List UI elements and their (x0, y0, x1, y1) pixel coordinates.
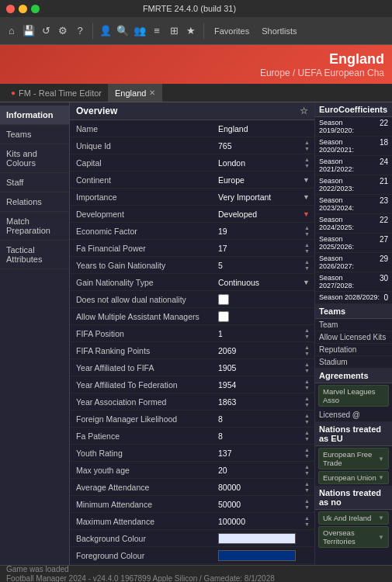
favorites-button[interactable]: Favorites (210, 25, 254, 37)
spinner-down-icon[interactable]: ▼ (304, 368, 310, 373)
spinner-control[interactable]: ▲▼ (304, 413, 310, 424)
dropdown-arrow-icon[interactable]: ▼ (303, 193, 310, 201)
sidebar-item-kits[interactable]: Kits and Colours (0, 144, 69, 173)
spinner-up-icon[interactable]: ▲ (304, 225, 310, 230)
maximize-button[interactable] (31, 5, 40, 13)
spinner-up-icon[interactable]: ▲ (304, 498, 310, 504)
sidebar-item-relations[interactable]: Relations (0, 192, 69, 212)
spinner-down-icon[interactable]: ▼ (304, 487, 310, 493)
spinner-up-icon[interactable]: ▲ (304, 430, 310, 435)
spinner-up-icon[interactable]: ▲ (304, 362, 310, 367)
spinner-down-icon[interactable]: ▼ (304, 402, 310, 407)
star-icon[interactable]: ★ (184, 24, 198, 38)
color-picker[interactable] (218, 533, 296, 544)
season-value: 27 (380, 235, 388, 251)
spinner-control[interactable]: ▲▼ (304, 259, 310, 271)
spinner-control[interactable]: ▲▼ (304, 447, 310, 459)
dropdown-arrow-icon[interactable]: ▼ (303, 279, 310, 286)
dropdown-arrow-icon[interactable]: ▼ (303, 210, 310, 218)
field-row-youth-rating: Youth Rating137▲▼ (70, 445, 314, 462)
season-label: Season 2027/2028: (319, 274, 380, 289)
spinner-up-icon[interactable]: ▲ (304, 157, 310, 162)
favorite-star-icon[interactable]: ☆ (300, 106, 308, 116)
sidebar-item-information[interactable]: Information (0, 106, 69, 125)
european-union-tag[interactable]: European Union ▼ (318, 471, 389, 484)
season-label: Season 2028/2029: (319, 293, 380, 302)
spinner-up-icon[interactable]: ▲ (304, 447, 310, 452)
season-value: 29 (380, 255, 388, 270)
tab-fm[interactable]: ● FM - Real Time Editor (5, 84, 109, 102)
spinner-down-icon[interactable]: ▼ (304, 436, 310, 442)
spinner-control[interactable]: ▲▼ (304, 225, 310, 237)
dropdown-arrow-icon[interactable]: ▼ (303, 176, 310, 184)
spinner-down-icon[interactable]: ▼ (304, 334, 310, 339)
spinner-up-icon[interactable]: ▲ (304, 140, 310, 145)
overseas-territories-tag[interactable]: Overseas Territories ▼ (318, 526, 389, 548)
field-value[interactable] (213, 309, 314, 324)
spinner-up-icon[interactable]: ▲ (304, 464, 310, 469)
tab-england[interactable]: England ✕ (109, 84, 162, 102)
spinner-control[interactable]: ▲▼ (304, 345, 310, 356)
spinner-control[interactable]: ▲▼ (304, 327, 310, 339)
checkbox-input[interactable] (218, 294, 229, 305)
spinner-down-icon[interactable]: ▼ (304, 385, 310, 390)
team-icon[interactable]: 👥 (133, 24, 147, 38)
spinner-up-icon[interactable]: ▲ (304, 396, 310, 401)
sidebar-item-teams[interactable]: Teams (0, 125, 69, 144)
spinner-down-icon[interactable]: ▼ (304, 470, 310, 476)
spinner-down-icon[interactable]: ▼ (304, 248, 310, 254)
search-icon[interactable]: 🔍 (116, 24, 130, 38)
spinner-up-icon[interactable]: ▲ (304, 413, 310, 418)
close-button[interactable] (6, 5, 15, 13)
color-picker[interactable] (218, 550, 296, 561)
spinner-control[interactable]: ▲▼ (304, 396, 310, 407)
list-icon[interactable]: ≡ (150, 24, 164, 38)
spinner-up-icon[interactable]: ▲ (304, 379, 310, 384)
sidebar-item-staff[interactable]: Staff (0, 173, 69, 192)
spinner-up-icon[interactable]: ▲ (304, 259, 310, 265)
spinner-down-icon[interactable]: ▼ (304, 419, 310, 424)
spinner-control[interactable]: ▲▼ (304, 498, 310, 510)
spinner-down-icon[interactable]: ▼ (304, 146, 310, 151)
home-icon[interactable]: ⌂ (5, 24, 19, 38)
spinner-up-icon[interactable]: ▲ (304, 345, 310, 350)
sidebar-item-tactical[interactable]: Tactical Attributes (0, 241, 69, 269)
uk-ireland-tag[interactable]: Uk And Ireland ▼ (318, 511, 389, 525)
spinner-control[interactable]: ▲▼ (304, 157, 310, 168)
spinner-up-icon[interactable]: ▲ (304, 327, 310, 333)
spinner-control[interactable]: ▲▼ (304, 515, 310, 527)
spinner-down-icon[interactable]: ▼ (304, 231, 310, 237)
spinner-up-icon[interactable]: ▲ (304, 481, 310, 487)
spinner-down-icon[interactable]: ▼ (304, 265, 310, 271)
spinner-down-icon[interactable]: ▼ (304, 504, 310, 510)
european-free-trade-tag[interactable]: European Free Trade ▼ (318, 448, 389, 469)
spinner-down-icon[interactable]: ▼ (304, 453, 310, 459)
spinner-up-icon[interactable]: ▲ (304, 515, 310, 521)
grid-icon[interactable]: ⊞ (167, 24, 181, 38)
marvel-leagues-label: Marvel Leagues Asso (323, 387, 384, 404)
checkbox-input[interactable] (218, 311, 229, 322)
refresh-icon[interactable]: ↺ (39, 24, 53, 38)
spinner-down-icon[interactable]: ▼ (304, 351, 310, 356)
spinner-control[interactable]: ▲▼ (304, 464, 310, 476)
spinner-down-icon[interactable]: ▼ (304, 521, 310, 527)
spinner-control[interactable]: ▲▼ (304, 379, 310, 390)
marvel-leagues-tag[interactable]: Marvel Leagues Asso (318, 385, 389, 407)
spinner-control[interactable]: ▲▼ (304, 362, 310, 373)
spinner-control[interactable]: ▲▼ (304, 481, 310, 493)
minimize-button[interactable] (19, 5, 27, 13)
spinner-down-icon[interactable]: ▼ (304, 163, 310, 168)
spinner-control[interactable]: ▲▼ (304, 242, 310, 254)
save-icon[interactable]: 💾 (22, 24, 36, 38)
help-icon[interactable]: ? (73, 24, 87, 38)
person-icon[interactable]: 👤 (99, 24, 113, 38)
field-value[interactable] (213, 292, 314, 307)
sidebar-item-match-prep[interactable]: Match Preparation (0, 212, 69, 241)
tab-close-icon[interactable]: ✕ (149, 88, 155, 97)
settings-icon[interactable]: ⚙ (56, 24, 70, 38)
spinner-up-icon[interactable]: ▲ (304, 242, 310, 248)
shortlists-button[interactable]: Shortlists (257, 25, 301, 37)
spinner-control[interactable]: ▲▼ (304, 140, 310, 151)
season-row: Season 2027/2028:30 (315, 272, 392, 292)
spinner-control[interactable]: ▲▼ (304, 430, 310, 442)
